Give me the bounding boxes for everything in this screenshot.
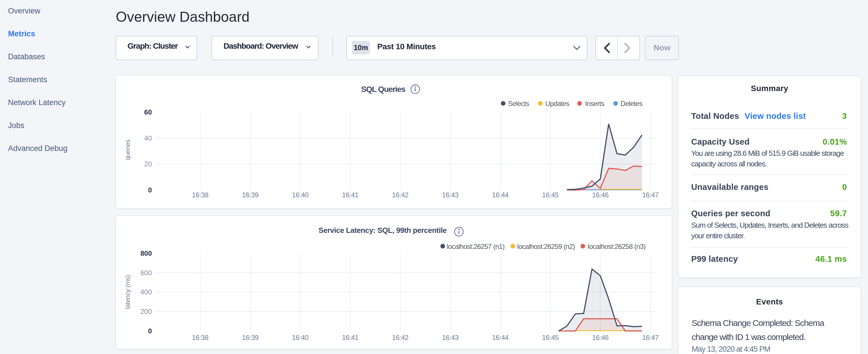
svg-text:16:43: 16:43 <box>442 191 459 199</box>
svg-text:0: 0 <box>148 186 152 194</box>
svg-text:16:42: 16:42 <box>392 191 409 199</box>
svg-text:16:39: 16:39 <box>242 334 258 342</box>
svg-text:16:41: 16:41 <box>342 334 359 342</box>
svg-text:200: 200 <box>141 308 152 315</box>
svg-text:latency (ms): latency (ms) <box>124 275 131 309</box>
svg-text:queries: queries <box>124 140 131 160</box>
svg-text:60: 60 <box>144 108 152 116</box>
svg-text:16:45: 16:45 <box>542 191 559 199</box>
svg-text:0: 0 <box>148 327 152 335</box>
svg-text:16:38: 16:38 <box>192 334 209 342</box>
svg-text:16:42: 16:42 <box>392 334 409 342</box>
svg-text:16:38: 16:38 <box>192 191 209 199</box>
svg-text:16:40: 16:40 <box>292 191 309 199</box>
svg-text:Updates: Updates <box>545 100 570 107</box>
svg-text:16:47: 16:47 <box>642 191 659 199</box>
svg-text:16:44: 16:44 <box>492 334 509 342</box>
svg-text:40: 40 <box>144 134 152 142</box>
svg-text:Service Latency: SQL, 99th per: Service Latency: SQL, 99th percentile <box>319 226 447 234</box>
svg-text:Deletes: Deletes <box>621 100 643 107</box>
svg-text:800: 800 <box>141 250 152 257</box>
svg-text:16:39: 16:39 <box>242 191 258 199</box>
svg-text:Inserts: Inserts <box>585 100 604 107</box>
svg-text:16:44: 16:44 <box>492 191 509 199</box>
svg-text:localhost:26258 (n3): localhost:26258 (n3) <box>588 243 645 250</box>
svg-text:localhost:26259 (n2): localhost:26259 (n2) <box>517 243 575 250</box>
svg-text:SQL Queries: SQL Queries <box>361 85 405 94</box>
svg-text:400: 400 <box>141 288 152 296</box>
svg-text:16:46: 16:46 <box>592 334 609 342</box>
svg-text:16:46: 16:46 <box>592 191 609 199</box>
svg-text:16:43: 16:43 <box>442 334 459 342</box>
svg-text:16:45: 16:45 <box>542 334 559 342</box>
svg-text:localhost:26257 (n1): localhost:26257 (n1) <box>447 243 504 250</box>
svg-text:600: 600 <box>141 269 152 277</box>
svg-text:Selects: Selects <box>508 100 529 107</box>
svg-text:16:47: 16:47 <box>642 334 659 342</box>
svg-text:20: 20 <box>144 160 152 168</box>
svg-text:16:40: 16:40 <box>292 334 309 342</box>
svg-text:16:41: 16:41 <box>342 191 359 199</box>
